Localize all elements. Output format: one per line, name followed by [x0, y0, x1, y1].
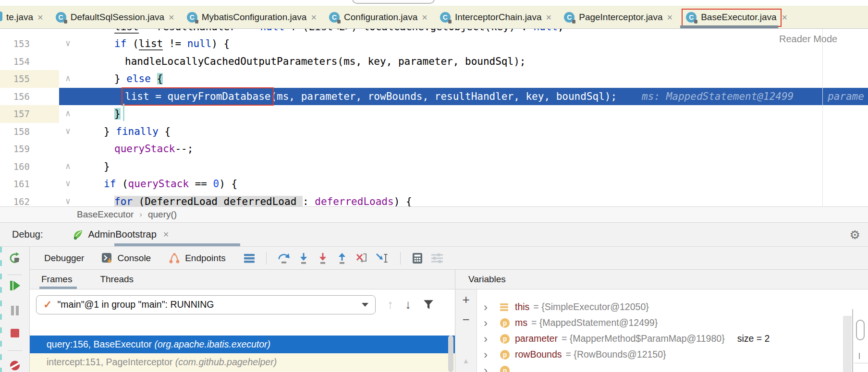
code-line-156[interactable]: 156list = queryFromDatabase(ms, paramete… [0, 88, 868, 106]
variable-row[interactable]: ›prowBounds= {RowBounds@12150} [477, 347, 868, 362]
breakpoint-gutter[interactable] [30, 35, 59, 53]
editor-tab-configuration-java[interactable]: CConfiguration.java× [323, 6, 434, 28]
tab-frames[interactable]: Frames [41, 274, 72, 285]
rerun-button[interactable] [8, 252, 22, 265]
variable-row[interactable]: ›pparameter= {MapperMethod$ParamMap@1198… [477, 331, 868, 347]
code-text[interactable]: if (queryStack == 0) { [77, 175, 868, 193]
code-text[interactable]: queryStack--; [77, 140, 868, 158]
breakpoint-gutter[interactable] [30, 123, 59, 141]
session-tab-adminbootstrap[interactable]: AdminBootstrap × [66, 223, 175, 246]
frames-scrollbar[interactable] [448, 336, 453, 372]
breakpoint-gutter[interactable] [30, 88, 59, 106]
code-text[interactable]: } [77, 105, 868, 123]
next-frame-button[interactable]: ↓ [405, 297, 411, 312]
code-line-161[interactable]: 161∨if (queryStack == 0) { [0, 175, 868, 193]
previous-frame-button[interactable]: ↑ [387, 297, 393, 312]
settings-gear-button[interactable]: ⚙ [850, 228, 860, 242]
fold-open-icon[interactable]: ∨ [59, 123, 77, 141]
frame-row[interactable]: query:156, BaseExecutor (org.apache.ibat… [30, 336, 455, 353]
editor-tab-baseexecutor-java[interactable]: CBaseExecutor.java× [679, 6, 794, 28]
code-text[interactable]: } [77, 158, 868, 176]
resume-button[interactable] [9, 279, 21, 292]
step-out-button[interactable] [336, 252, 348, 264]
remove-watch-button[interactable]: − [462, 313, 469, 326]
step-over-button[interactable] [277, 252, 291, 264]
breakpoint-gutter[interactable] [30, 105, 59, 123]
breakpoint-gutter[interactable] [30, 70, 59, 88]
variable-row[interactable]: ›this= {SimpleExecutor@12050} [477, 299, 868, 315]
code-line-160[interactable]: 160∧} [0, 158, 868, 176]
code-line-clipped[interactable]: list = resultHandler == null ? (List<E>)… [0, 29, 868, 35]
tab-endpoints[interactable]: Endpoints [168, 252, 226, 264]
breakpoint-gutter[interactable] [30, 53, 59, 71]
fold-open-icon[interactable]: ∨ [59, 193, 77, 207]
fold-open-icon[interactable]: ∨ [59, 175, 77, 193]
chevron-right-icon[interactable]: › [484, 348, 496, 361]
code-text[interactable]: list = queryFromDatabase(ms, parameter, … [77, 88, 868, 106]
thread-dropdown[interactable]: ✓ "main"@1 in group "main": RUNNING [36, 295, 376, 314]
variable-row[interactable]: ›p [477, 362, 868, 372]
code-line-159[interactable]: 159queryStack--; [0, 140, 868, 158]
view-breakpoints-button[interactable] [9, 359, 21, 372]
breadcrumb-method[interactable]: query() [148, 209, 177, 220]
breakpoint-gutter[interactable] [30, 193, 59, 207]
code-line-157[interactable]: 157∧} [0, 105, 868, 123]
step-into-button[interactable] [297, 252, 310, 264]
stop-button[interactable] [9, 327, 21, 339]
code-text[interactable]: handleLocallyCachedOutputParameters(ms, … [77, 53, 868, 71]
variable-row[interactable]: ›pms= {MappedStatement@12499} [477, 315, 868, 331]
code-text[interactable]: if (list != null) { [77, 35, 868, 53]
chevron-right-icon[interactable]: › [484, 300, 496, 314]
code-line-154[interactable]: 154handleLocallyCachedOutputParameters(m… [0, 53, 868, 71]
code-text[interactable]: } else { [77, 70, 868, 88]
close-icon[interactable]: × [546, 12, 552, 22]
breakpoint-gutter[interactable] [30, 175, 59, 193]
drop-frame-button[interactable] [355, 252, 368, 264]
tab-console[interactable]: Console [101, 252, 151, 264]
filter-frames-button[interactable] [423, 299, 434, 311]
code-line-162[interactable]: 162∨for (DeferredLoad deferredLoad : def… [0, 193, 868, 207]
breakpoint-gutter[interactable] [30, 29, 59, 35]
close-icon[interactable]: × [667, 12, 673, 22]
fold-open-icon[interactable]: ∨ [59, 35, 77, 53]
fold-close-icon[interactable]: ∧ [59, 158, 77, 176]
close-icon[interactable]: × [311, 12, 317, 22]
close-icon[interactable]: × [422, 12, 428, 22]
code-text[interactable]: } finally { [77, 123, 868, 141]
code-editor[interactable]: Reader Mode list = resultHandler == null… [0, 29, 868, 206]
close-icon[interactable]: × [37, 12, 43, 22]
evaluate-expression-button[interactable] [411, 252, 424, 264]
force-step-into-button[interactable] [317, 252, 329, 264]
run-to-cursor-button[interactable] [375, 252, 390, 264]
code-line-153[interactable]: 153∨if (list != null) { [0, 35, 868, 53]
editor-tab-interceptorchain-java[interactable]: CInterceptorChain.java× [434, 6, 558, 28]
tab-debugger[interactable]: Debugger [44, 253, 84, 264]
add-watch-button[interactable]: + [462, 293, 469, 306]
move-watch-up-button[interactable]: ▲ [463, 355, 470, 367]
reader-mode-label[interactable]: Reader Mode [779, 34, 837, 45]
breakpoint-gutter[interactable] [30, 158, 59, 176]
code-line-155[interactable]: 155∧} else { [0, 70, 868, 88]
tab-threads[interactable]: Threads [100, 274, 134, 285]
fold-close-icon[interactable]: ∧ [59, 105, 77, 123]
editor-tab-te-java[interactable]: te.java× [0, 6, 49, 28]
editor-tab-defaultsqlsession-java[interactable]: CDefaultSqlSession.java× [49, 6, 181, 28]
pause-button[interactable] [9, 304, 21, 317]
breakpoint-gutter[interactable] [30, 140, 59, 158]
close-icon[interactable]: × [782, 12, 788, 22]
editor-tab-mybatisconfiguration-java[interactable]: CMybatisConfiguration.java× [181, 6, 323, 28]
chevron-right-icon[interactable]: › [484, 332, 496, 346]
editor-tab-pageinterceptor-java[interactable]: CPageInterceptor.java× [558, 6, 679, 28]
chevron-right-icon[interactable]: › [484, 364, 496, 372]
close-icon[interactable]: × [169, 12, 174, 22]
close-icon[interactable]: × [163, 229, 169, 240]
breadcrumb-class[interactable]: BaseExecutor [77, 209, 134, 220]
code-line-158[interactable]: 158∨} finally { [0, 123, 868, 141]
chevron-right-icon[interactable]: › [484, 316, 496, 330]
code-text[interactable]: list = resultHandler == null ? (List<E>)… [77, 29, 868, 35]
variables-scrollbar[interactable] [843, 316, 852, 372]
code-text[interactable]: for (DeferredLoad deferredLoad : deferre… [77, 193, 868, 207]
layout-menu-button[interactable] [243, 253, 256, 264]
fold-close-icon[interactable]: ∧ [59, 70, 77, 88]
frame-row[interactable]: intercept:151, PageInterceptor (com.gith… [30, 353, 455, 371]
